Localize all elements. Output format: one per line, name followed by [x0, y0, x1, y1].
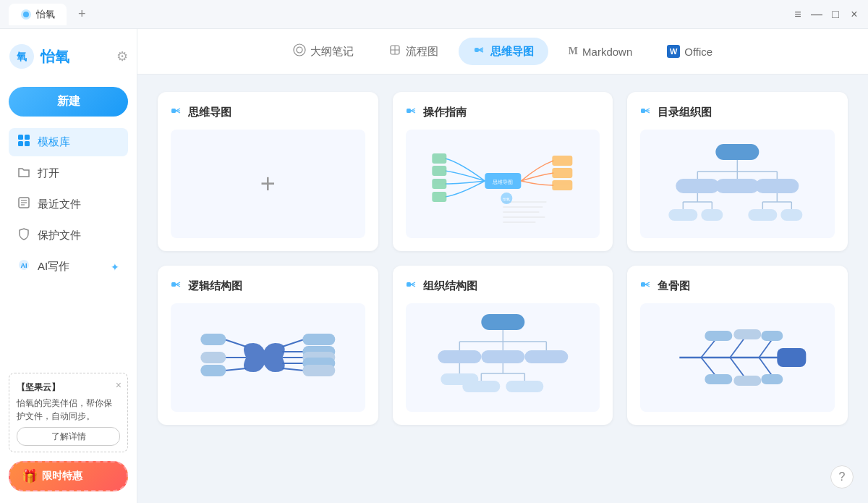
promo-button[interactable]: 🎁 限时特惠 [9, 461, 128, 491]
svg-rect-47 [641, 109, 645, 113]
svg-rect-4 [18, 135, 23, 140]
svg-rect-104 [524, 350, 568, 363]
svg-point-14 [294, 44, 305, 56]
titlebar: 怡氧 + ≡ — □ × [0, 0, 868, 29]
svg-rect-71 [781, 209, 803, 221]
card-title-catalog: 目录组织图 [658, 106, 712, 119]
svg-line-86 [224, 339, 246, 347]
close-button[interactable]: × [849, 9, 859, 20]
template-icon [17, 134, 30, 151]
template-card-logic[interactable]: 逻辑结构图 [158, 266, 378, 425]
svg-rect-130 [762, 374, 783, 384]
svg-text:氧: 氧 [16, 51, 27, 62]
card-preview-guide: 思维导图 [406, 130, 600, 238]
guide-preview-svg: 思维导图 [409, 133, 597, 234]
ai-label: AI写作 [38, 260, 69, 274]
mindmap-icon [473, 43, 486, 59]
svg-rect-23 [171, 109, 176, 113]
card-header-logic: 逻辑结构图 [171, 279, 365, 293]
svg-rect-51 [716, 144, 760, 160]
catalog-preview-svg [640, 137, 835, 231]
maximize-button[interactable]: □ [830, 9, 841, 20]
tab-outline-label: 大纲笔记 [310, 45, 354, 59]
svg-text:思维导图: 思维导图 [492, 179, 513, 185]
app-tab[interactable]: 怡氧 [9, 4, 67, 25]
svg-rect-33 [432, 153, 446, 164]
template-card-org[interactable]: 组织结构图 [393, 266, 613, 425]
card-header-fishbone: 鱼骨图 [640, 279, 835, 293]
svg-rect-128 [734, 376, 762, 386]
card-title-fishbone: 鱼骨图 [658, 279, 690, 293]
svg-rect-35 [432, 179, 446, 189]
logo-area: 氧 怡氧 ⚙ [9, 41, 128, 72]
settings-icon[interactable]: ⚙ [116, 48, 128, 64]
tab-markdown[interactable]: M Markdown [554, 40, 647, 64]
card-preview-org [406, 303, 600, 412]
template-card-fishbone[interactable]: 鱼骨图 [627, 266, 848, 425]
svg-rect-38 [552, 168, 572, 178]
card-header-org: 组织结构图 [406, 279, 600, 293]
svg-rect-102 [438, 350, 481, 363]
cloud-close-button[interactable]: × [116, 378, 122, 393]
flowchart-icon [388, 43, 401, 59]
plus-icon: + [260, 169, 276, 199]
tab-mindmap[interactable]: 思维导图 [459, 38, 548, 65]
office-icon: W [667, 45, 680, 58]
svg-rect-113 [641, 282, 645, 287]
sidebar-item-protect[interactable]: 保护文件 [9, 221, 128, 250]
card-header-guide: 操作指南 [406, 105, 600, 119]
svg-line-121 [731, 338, 745, 358]
promo-label: 限时特惠 [42, 470, 82, 483]
logic-preview-svg [171, 307, 365, 408]
sidebar-item-ai[interactable]: AI AI写作 ✦ [9, 253, 128, 281]
svg-rect-59 [756, 179, 799, 193]
titlebar-left: 怡氧 + [9, 4, 92, 25]
svg-rect-58 [716, 179, 760, 193]
tab-office[interactable]: W Office [652, 39, 727, 64]
svg-rect-19 [475, 48, 479, 52]
logo-text: 怡氧 [41, 47, 69, 67]
svg-rect-120 [705, 331, 733, 341]
svg-rect-91 [200, 365, 226, 376]
new-button[interactable]: 新建 [9, 87, 128, 117]
recent-icon [17, 196, 30, 213]
svg-rect-65 [702, 209, 723, 221]
sidebar-item-template[interactable]: 模板库 [9, 128, 128, 156]
card-title-guide: 操作指南 [423, 106, 467, 119]
cloud-link[interactable]: 了解详情 [17, 427, 120, 446]
tab-mindmap-label: 思维导图 [490, 45, 534, 59]
svg-point-1 [23, 12, 29, 17]
svg-rect-122 [734, 329, 762, 339]
app-tab-icon [20, 9, 32, 20]
svg-line-76 [282, 339, 304, 347]
svg-line-119 [702, 339, 716, 358]
minimize-button[interactable]: — [812, 9, 822, 20]
tab-outline[interactable]: 大纲笔记 [278, 38, 368, 65]
card-preview-fishbone [640, 303, 835, 412]
top-nav: 大纲笔记 流程图 思维导图 M Markdown W Office [137, 29, 868, 75]
template-card-guide[interactable]: 操作指南 思维导图 [393, 92, 613, 251]
svg-rect-5 [25, 135, 30, 140]
svg-rect-92 [407, 282, 411, 287]
ai-icon: AI [17, 258, 30, 275]
card-preview-logic [171, 303, 365, 412]
card-title-new: 思维导图 [188, 106, 231, 119]
sidebar-item-open[interactable]: 打开 [9, 159, 128, 187]
menu-button[interactable]: ≡ [793, 9, 803, 20]
markdown-icon: M [569, 46, 578, 57]
recent-label: 最近文件 [38, 198, 81, 211]
tab-flowchart[interactable]: 流程图 [374, 38, 453, 65]
question-icon: ? [839, 470, 846, 483]
logo-icon: 氧 [9, 43, 35, 69]
sidebar-item-recent[interactable]: 最近文件 [9, 190, 128, 219]
template-card-new[interactable]: 思维导图 + [158, 92, 378, 251]
app-container: 氧 怡氧 ⚙ 新建 模板库 打开 最近 [0, 29, 868, 503]
svg-rect-87 [200, 334, 226, 345]
template-label: 模板库 [38, 135, 70, 149]
template-grid: 思维导图 + 操作指南 [158, 92, 848, 425]
template-card-catalog[interactable]: 目录组织图 [627, 92, 848, 251]
help-button[interactable]: ? [830, 465, 854, 489]
svg-rect-36 [432, 192, 446, 202]
cloud-promo-text: 怡氧的完美伴侣，帮你保护文件，自动同步。 [17, 397, 120, 423]
new-tab-button[interactable]: + [72, 7, 92, 22]
